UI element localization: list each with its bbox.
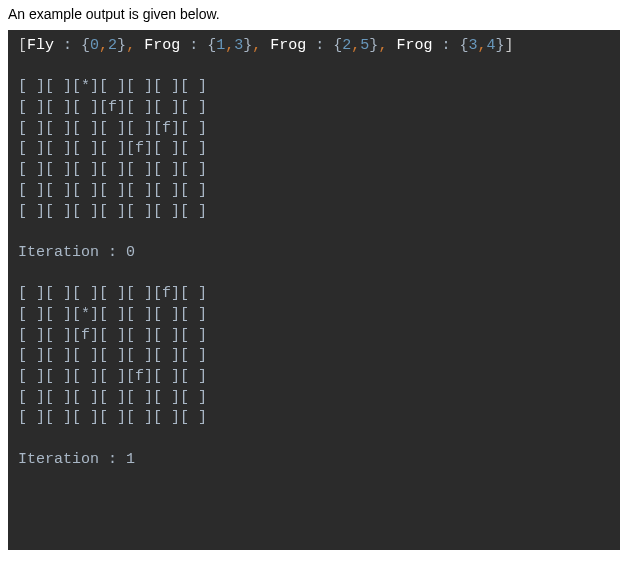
header-line: [Fly : {0,2}, Frog : {1,3}, Frog : {2,5}… xyxy=(18,36,610,57)
grid1-row-2: [ ][ ][f][ ][ ][ ][ ] xyxy=(18,326,610,347)
blank-line xyxy=(18,264,610,285)
grid1-row-0: [ ][ ][ ][ ][ ][f][ ] xyxy=(18,284,610,305)
grid1-row-4: [ ][ ][ ][ ][f][ ][ ] xyxy=(18,367,610,388)
iteration-label-1: Iteration : 1 xyxy=(18,450,610,471)
grid0-row-6: [ ][ ][ ][ ][ ][ ][ ] xyxy=(18,202,610,223)
iteration-label-0: Iteration : 0 xyxy=(18,243,610,264)
grid0-row-5: [ ][ ][ ][ ][ ][ ][ ] xyxy=(18,181,610,202)
entry-y-1: 3 xyxy=(234,37,243,54)
grid0-row-0: [ ][ ][*][ ][ ][ ][ ] xyxy=(18,77,610,98)
entry-x-2: 2 xyxy=(342,37,351,54)
entry-label-2: Frog xyxy=(270,37,306,54)
entry-y-0: 2 xyxy=(108,37,117,54)
grid0-row-2: [ ][ ][ ][ ][ ][f][ ] xyxy=(18,119,610,140)
grid0-row-1: [ ][ ][ ][f][ ][ ][ ] xyxy=(18,98,610,119)
grid0-row-4: [ ][ ][ ][ ][ ][ ][ ] xyxy=(18,160,610,181)
blank-line xyxy=(18,57,610,78)
intro-text: An example output is given below. xyxy=(0,0,628,30)
grid1-row-3: [ ][ ][ ][ ][ ][ ][ ] xyxy=(18,346,610,367)
entry-label-3: Frog xyxy=(396,37,432,54)
entry-label-0: Fly xyxy=(27,37,54,54)
blank-line xyxy=(18,429,610,450)
entry-label-1: Frog xyxy=(144,37,180,54)
entry-x-1: 1 xyxy=(216,37,225,54)
grid1-row-1: [ ][ ][*][ ][ ][ ][ ] xyxy=(18,305,610,326)
grid1-row-5: [ ][ ][ ][ ][ ][ ][ ] xyxy=(18,388,610,409)
open-bracket: [ xyxy=(18,37,27,54)
entry-x-0: 0 xyxy=(90,37,99,54)
grid0-row-3: [ ][ ][ ][ ][f][ ][ ] xyxy=(18,139,610,160)
blank-line xyxy=(18,222,610,243)
terminal-output: [Fly : {0,2}, Frog : {1,3}, Frog : {2,5}… xyxy=(8,30,620,550)
entry-y-2: 5 xyxy=(360,37,369,54)
grid1-row-6: [ ][ ][ ][ ][ ][ ][ ] xyxy=(18,408,610,429)
close-bracket: ] xyxy=(505,37,514,54)
